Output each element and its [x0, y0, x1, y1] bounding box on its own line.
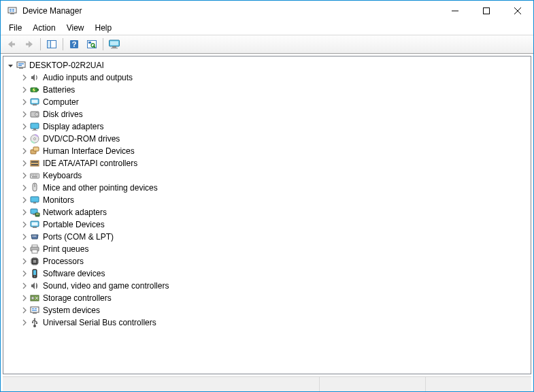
tree-item-label: Universal Serial Bus controllers: [42, 318, 156, 327]
tree-item[interactable]: Software devices: [5, 267, 531, 280]
tree-item[interactable]: IDE ATA/ATAPI controllers: [5, 157, 531, 169]
chevron-right-icon[interactable]: [20, 159, 29, 168]
tree-item[interactable]: Audio inputs and outputs: [5, 71, 531, 84]
device-manager-window: Device Manager File Action View Help: [0, 0, 534, 392]
tree-item[interactable]: Universal Serial Bus controllers: [5, 316, 531, 329]
forward-button[interactable]: [21, 37, 37, 52]
chevron-right-icon[interactable]: [20, 208, 29, 217]
chevron-right-icon[interactable]: [20, 244, 29, 254]
show-hide-console-tree-button[interactable]: [44, 37, 60, 52]
tree-item[interactable]: Display adapters: [5, 120, 531, 133]
svg-rect-19: [111, 48, 118, 49]
tree-item-label: Human Interface Devices: [42, 146, 135, 156]
maximize-button[interactable]: [471, 1, 502, 21]
keyboard-icon: [29, 170, 40, 181]
svg-rect-7: [12, 44, 15, 46]
help-icon: ?: [69, 39, 80, 50]
chevron-right-icon[interactable]: [20, 257, 29, 266]
menubar: File Action View Help: [1, 21, 533, 35]
scan-hardware-button[interactable]: [84, 37, 100, 52]
svg-rect-43: [31, 175, 33, 176]
devices-and-printers-button[interactable]: [106, 37, 122, 52]
tree-item[interactable]: Processors: [5, 255, 531, 267]
tree-item-label: Portable Devices: [42, 220, 105, 229]
tree-item[interactable]: Monitors: [5, 194, 531, 206]
battery-icon: [29, 84, 40, 95]
close-button[interactable]: [502, 1, 533, 21]
dvd-icon: [29, 133, 40, 144]
chevron-right-icon[interactable]: [20, 195, 29, 205]
mouse-icon: [29, 182, 40, 193]
scan-icon: [86, 39, 97, 50]
chevron-right-icon[interactable]: [20, 269, 29, 278]
toolbar-separator: [40, 38, 41, 50]
tree-item[interactable]: DVD/CD-ROM drives: [5, 133, 531, 145]
tree-item[interactable]: Mice and other pointing devices: [5, 182, 531, 194]
tree-item[interactable]: Print queues: [5, 243, 531, 255]
chevron-right-icon[interactable]: [20, 293, 29, 303]
chevron-right-icon[interactable]: [20, 122, 29, 131]
chevron-right-icon[interactable]: [20, 306, 29, 315]
tree-item[interactable]: Computer: [5, 96, 531, 108]
svg-rect-41: [31, 164, 38, 165]
chevron-right-icon[interactable]: [20, 146, 29, 156]
tree-item-label: IDE ATA/ATAPI controllers: [42, 159, 137, 168]
tree-item[interactable]: System devices: [5, 304, 531, 316]
display-icon: [29, 121, 40, 132]
back-button[interactable]: [3, 37, 20, 52]
svg-rect-6: [484, 8, 490, 14]
chevron-right-icon[interactable]: [20, 220, 29, 229]
svg-rect-49: [31, 197, 39, 202]
tree-item-label: Audio inputs and outputs: [42, 73, 133, 82]
tree-item[interactable]: Keyboards: [5, 169, 531, 182]
menu-action[interactable]: Action: [27, 22, 61, 34]
svg-rect-53: [35, 213, 39, 216]
chevron-right-icon[interactable]: [20, 281, 29, 291]
tree-item[interactable]: Human Interface Devices: [5, 145, 531, 157]
tree-item[interactable]: Batteries: [5, 84, 531, 96]
svg-rect-28: [33, 104, 37, 105]
tree-item-label: Disk drives: [42, 110, 83, 119]
chevron-right-icon[interactable]: [20, 171, 29, 180]
status-cell: [425, 377, 531, 391]
svg-rect-25: [37, 89, 39, 91]
svg-rect-33: [33, 129, 36, 130]
chevron-right-icon[interactable]: [20, 97, 29, 107]
chevron-right-icon[interactable]: [20, 85, 29, 95]
cpu-icon: [29, 256, 40, 267]
chevron-right-icon[interactable]: [20, 318, 29, 327]
device-tree-pane[interactable]: DESKTOP-02R2UAIAudio inputs and outputsB…: [3, 56, 531, 374]
menu-help[interactable]: Help: [90, 22, 118, 34]
chevron-right-icon[interactable]: [20, 134, 29, 144]
svg-point-70: [31, 297, 34, 299]
system-icon: [29, 305, 40, 316]
tree-item[interactable]: Storage controllers: [5, 292, 531, 304]
arrow-right-icon: [24, 39, 35, 49]
minimize-button[interactable]: [439, 1, 471, 21]
tree-item-label: Software devices: [42, 269, 105, 278]
svg-rect-8: [26, 44, 29, 46]
tree-item[interactable]: Portable Devices: [5, 218, 531, 231]
menu-file[interactable]: File: [3, 22, 27, 34]
svg-rect-23: [18, 65, 22, 67]
svg-rect-50: [33, 202, 36, 203]
chevron-right-icon[interactable]: [20, 232, 29, 242]
arrow-left-icon: [6, 39, 17, 49]
tree-item[interactable]: Network adapters: [5, 206, 531, 218]
tree-root[interactable]: DESKTOP-02R2UAI: [5, 59, 531, 71]
tree-item[interactable]: Disk drives: [5, 108, 531, 120]
tree-item-label: Display adapters: [42, 122, 103, 131]
tree-item-label: Storage controllers: [42, 293, 112, 303]
chevron-down-icon[interactable]: [6, 61, 16, 70]
menu-view[interactable]: View: [61, 22, 90, 34]
svg-rect-74: [32, 310, 37, 311]
tree-item[interactable]: Ports (COM & LPT): [5, 231, 531, 243]
chevron-right-icon[interactable]: [20, 110, 29, 119]
tree-item[interactable]: Sound, video and game controllers: [5, 280, 531, 292]
help-button[interactable]: ?: [66, 37, 82, 52]
chevron-right-icon[interactable]: [20, 73, 29, 82]
tree-item-label: Monitors: [42, 195, 74, 205]
chevron-right-icon[interactable]: [20, 183, 29, 193]
tree-item-label: Batteries: [42, 85, 75, 95]
svg-rect-52: [33, 214, 35, 215]
